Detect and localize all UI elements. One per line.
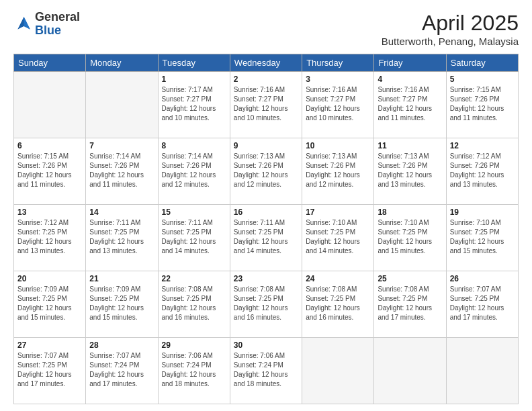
day-number: 12 <box>450 141 515 150</box>
logo-icon <box>13 15 32 34</box>
day-info: Sunrise: 7:16 AM Sunset: 7:27 PM Dayligh… <box>234 85 298 123</box>
day-number: 10 <box>306 141 370 150</box>
day-number: 16 <box>234 208 298 217</box>
page: General Blue April 2025 Butterworth, Pen… <box>0 0 532 411</box>
day-info: Sunrise: 7:08 AM Sunset: 7:25 PM Dayligh… <box>234 285 298 322</box>
col-friday: Friday <box>374 54 446 72</box>
day-info: Sunrise: 7:12 AM Sunset: 7:25 PM Dayligh… <box>17 218 82 256</box>
calendar-header-row: Sunday Monday Tuesday Wednesday Thursday… <box>14 54 519 72</box>
table-row: 28Sunrise: 7:07 AM Sunset: 7:24 PM Dayli… <box>86 338 158 404</box>
day-number: 17 <box>306 208 370 217</box>
day-number: 23 <box>234 274 298 283</box>
day-number: 9 <box>234 141 298 150</box>
day-number: 14 <box>89 208 154 217</box>
day-info: Sunrise: 7:10 AM Sunset: 7:25 PM Dayligh… <box>378 218 442 256</box>
day-number: 6 <box>17 141 82 150</box>
day-number: 3 <box>306 75 370 84</box>
day-info: Sunrise: 7:09 AM Sunset: 7:25 PM Dayligh… <box>17 285 82 322</box>
table-row: 8Sunrise: 7:14 AM Sunset: 7:26 PM Daylig… <box>158 138 230 205</box>
table-row: 5Sunrise: 7:15 AM Sunset: 7:26 PM Daylig… <box>446 72 518 138</box>
day-number: 1 <box>162 75 226 84</box>
day-info: Sunrise: 7:11 AM Sunset: 7:25 PM Dayligh… <box>234 218 298 256</box>
day-number: 2 <box>234 75 298 84</box>
day-info: Sunrise: 7:13 AM Sunset: 7:26 PM Dayligh… <box>234 152 298 189</box>
col-wednesday: Wednesday <box>230 54 302 72</box>
day-number: 22 <box>162 274 226 283</box>
table-row <box>86 72 158 138</box>
table-row: 24Sunrise: 7:08 AM Sunset: 7:25 PM Dayli… <box>302 271 374 338</box>
logo-blue-text: Blue <box>35 24 61 37</box>
table-row: 25Sunrise: 7:08 AM Sunset: 7:25 PM Dayli… <box>374 271 446 338</box>
day-info: Sunrise: 7:16 AM Sunset: 7:27 PM Dayligh… <box>378 85 442 123</box>
day-number: 21 <box>89 274 154 283</box>
day-info: Sunrise: 7:06 AM Sunset: 7:24 PM Dayligh… <box>162 351 226 389</box>
logo-text: General Blue <box>35 11 80 38</box>
title-location: Butterworth, Penang, Malaysia <box>382 36 519 47</box>
logo: General Blue <box>13 11 80 38</box>
table-row: 2Sunrise: 7:16 AM Sunset: 7:27 PM Daylig… <box>230 72 302 138</box>
day-info: Sunrise: 7:08 AM Sunset: 7:25 PM Dayligh… <box>162 285 226 322</box>
col-thursday: Thursday <box>302 54 374 72</box>
day-info: Sunrise: 7:15 AM Sunset: 7:26 PM Dayligh… <box>17 152 82 189</box>
table-row: 20Sunrise: 7:09 AM Sunset: 7:25 PM Dayli… <box>14 271 86 338</box>
day-number: 19 <box>450 208 515 217</box>
col-saturday: Saturday <box>446 54 518 72</box>
day-info: Sunrise: 7:13 AM Sunset: 7:26 PM Dayligh… <box>306 152 370 189</box>
day-number: 25 <box>378 274 442 283</box>
day-info: Sunrise: 7:07 AM Sunset: 7:25 PM Dayligh… <box>450 285 515 322</box>
day-info: Sunrise: 7:12 AM Sunset: 7:26 PM Dayligh… <box>450 152 515 189</box>
table-row: 27Sunrise: 7:07 AM Sunset: 7:25 PM Dayli… <box>14 338 86 404</box>
day-number: 7 <box>89 141 154 150</box>
day-number: 27 <box>17 340 82 350</box>
day-number: 4 <box>378 75 442 84</box>
table-row: 13Sunrise: 7:12 AM Sunset: 7:25 PM Dayli… <box>14 205 86 271</box>
table-row: 6Sunrise: 7:15 AM Sunset: 7:26 PM Daylig… <box>14 138 86 205</box>
table-row: 7Sunrise: 7:14 AM Sunset: 7:26 PM Daylig… <box>86 138 158 205</box>
day-number: 29 <box>162 340 226 350</box>
table-row: 16Sunrise: 7:11 AM Sunset: 7:25 PM Dayli… <box>230 205 302 271</box>
day-number: 20 <box>17 274 82 283</box>
calendar-week-row: 13Sunrise: 7:12 AM Sunset: 7:25 PM Dayli… <box>14 205 519 271</box>
day-info: Sunrise: 7:10 AM Sunset: 7:25 PM Dayligh… <box>306 218 370 256</box>
calendar-week-row: 20Sunrise: 7:09 AM Sunset: 7:25 PM Dayli… <box>14 271 519 338</box>
table-row: 9Sunrise: 7:13 AM Sunset: 7:26 PM Daylig… <box>230 138 302 205</box>
day-number: 11 <box>378 141 442 150</box>
table-row: 19Sunrise: 7:10 AM Sunset: 7:25 PM Dayli… <box>446 205 518 271</box>
day-number: 8 <box>162 141 226 150</box>
table-row <box>374 338 446 404</box>
day-info: Sunrise: 7:08 AM Sunset: 7:25 PM Dayligh… <box>306 285 370 322</box>
table-row: 11Sunrise: 7:13 AM Sunset: 7:26 PM Dayli… <box>374 138 446 205</box>
calendar-table: Sunday Monday Tuesday Wednesday Thursday… <box>13 54 519 404</box>
day-number: 15 <box>162 208 226 217</box>
header: General Blue April 2025 Butterworth, Pen… <box>13 11 519 47</box>
table-row: 26Sunrise: 7:07 AM Sunset: 7:25 PM Dayli… <box>446 271 518 338</box>
day-info: Sunrise: 7:14 AM Sunset: 7:26 PM Dayligh… <box>89 152 154 189</box>
title-month: April 2025 <box>382 11 519 36</box>
day-info: Sunrise: 7:15 AM Sunset: 7:26 PM Dayligh… <box>450 85 515 123</box>
day-info: Sunrise: 7:11 AM Sunset: 7:25 PM Dayligh… <box>162 218 226 256</box>
table-row <box>302 338 374 404</box>
day-info: Sunrise: 7:14 AM Sunset: 7:26 PM Dayligh… <box>162 152 226 189</box>
col-tuesday: Tuesday <box>158 54 230 72</box>
col-monday: Monday <box>86 54 158 72</box>
table-row <box>446 338 518 404</box>
table-row: 18Sunrise: 7:10 AM Sunset: 7:25 PM Dayli… <box>374 205 446 271</box>
day-info: Sunrise: 7:06 AM Sunset: 7:24 PM Dayligh… <box>234 351 298 389</box>
table-row: 23Sunrise: 7:08 AM Sunset: 7:25 PM Dayli… <box>230 271 302 338</box>
day-number: 26 <box>450 274 515 283</box>
calendar-week-row: 27Sunrise: 7:07 AM Sunset: 7:25 PM Dayli… <box>14 338 519 404</box>
day-info: Sunrise: 7:07 AM Sunset: 7:25 PM Dayligh… <box>17 351 82 389</box>
day-info: Sunrise: 7:16 AM Sunset: 7:27 PM Dayligh… <box>306 85 370 123</box>
logo-general-text: General <box>35 10 80 24</box>
table-row: 4Sunrise: 7:16 AM Sunset: 7:27 PM Daylig… <box>374 72 446 138</box>
table-row: 3Sunrise: 7:16 AM Sunset: 7:27 PM Daylig… <box>302 72 374 138</box>
day-number: 18 <box>378 208 442 217</box>
table-row: 12Sunrise: 7:12 AM Sunset: 7:26 PM Dayli… <box>446 138 518 205</box>
calendar-week-row: 6Sunrise: 7:15 AM Sunset: 7:26 PM Daylig… <box>14 138 519 205</box>
table-row: 22Sunrise: 7:08 AM Sunset: 7:25 PM Dayli… <box>158 271 230 338</box>
day-number: 13 <box>17 208 82 217</box>
table-row: 21Sunrise: 7:09 AM Sunset: 7:25 PM Dayli… <box>86 271 158 338</box>
day-info: Sunrise: 7:10 AM Sunset: 7:25 PM Dayligh… <box>450 218 515 256</box>
col-sunday: Sunday <box>14 54 86 72</box>
table-row: 14Sunrise: 7:11 AM Sunset: 7:25 PM Dayli… <box>86 205 158 271</box>
